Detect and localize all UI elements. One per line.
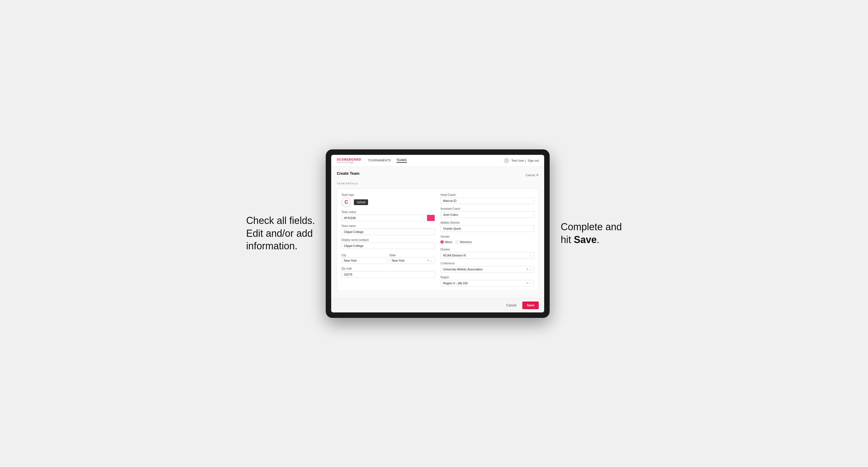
region-clear-icon[interactable]: ✕ bbox=[526, 282, 528, 285]
nav-user-area: Test User | Sign out bbox=[504, 158, 539, 163]
division-arrow-icon[interactable]: ⌄ bbox=[529, 254, 532, 257]
display-name-label: Display name (unique) bbox=[341, 239, 435, 242]
conference-group: Conference University Athletic Associati… bbox=[440, 262, 534, 273]
gender-group: Gender Mens Womens bbox=[440, 235, 534, 245]
state-arrow-icon[interactable]: ⌄ bbox=[430, 259, 433, 262]
womens-radio-dot[interactable] bbox=[456, 240, 459, 244]
athletic-director-input[interactable] bbox=[440, 225, 534, 232]
tablet-screen: SCOREBOARD Powered by clippd TOURNAMENTS… bbox=[331, 155, 544, 312]
team-name-input[interactable] bbox=[341, 228, 435, 235]
cancel-footer-button[interactable]: Cancel bbox=[503, 302, 520, 309]
athletic-director-label: Athletic Director bbox=[440, 221, 534, 224]
state-clear-icon[interactable]: ✕ bbox=[427, 259, 429, 262]
left-annotation: Check all fields. Edit and/or add inform… bbox=[246, 214, 315, 253]
nav-teams[interactable]: TEAMS bbox=[397, 158, 407, 163]
state-label: State bbox=[390, 254, 396, 257]
logo-title: SCOREBOARD bbox=[337, 158, 361, 161]
head-coach-group: Head Coach bbox=[440, 193, 534, 204]
athletic-director-group: Athletic Director bbox=[440, 221, 534, 232]
zip-group: Zip code bbox=[341, 267, 435, 278]
upload-button[interactable]: Upload bbox=[354, 199, 368, 205]
tablet-device: SCOREBOARD Powered by clippd TOURNAMENTS… bbox=[326, 149, 550, 318]
conference-select[interactable]: University Athletic Association ✕ ⌄ bbox=[440, 266, 534, 273]
annotation-line1: Check all fields. bbox=[246, 215, 315, 226]
gender-mens-option[interactable]: Mens bbox=[440, 240, 452, 244]
display-name-group: Display name (unique) bbox=[341, 239, 435, 249]
team-name-group: Team name bbox=[341, 224, 435, 235]
conference-arrow-icon[interactable]: ⌄ bbox=[529, 268, 532, 271]
division-group: Division NCAA Division III ⌄ bbox=[440, 248, 534, 259]
state-select[interactable]: New York ✕ ⌄ bbox=[390, 257, 435, 264]
logo-letter: C bbox=[345, 199, 348, 205]
mens-radio-dot[interactable] bbox=[440, 240, 444, 244]
color-text-input[interactable] bbox=[342, 215, 427, 221]
region-label: Region bbox=[440, 276, 534, 279]
right-annotation-line2: hit Save. bbox=[561, 234, 599, 245]
division-label: Division bbox=[440, 248, 534, 251]
nav-user-label: Test User | bbox=[512, 159, 526, 162]
gender-radio-group: Mens Womens bbox=[440, 239, 534, 245]
save-button[interactable]: Save bbox=[522, 302, 539, 309]
logo-circle: C bbox=[341, 197, 351, 207]
color-swatch[interactable] bbox=[427, 215, 435, 221]
form-footer: Cancel Save bbox=[331, 298, 544, 312]
user-avatar bbox=[504, 158, 509, 163]
state-select-text: New York bbox=[392, 259, 426, 262]
head-coach-label: Head Coach bbox=[440, 193, 534, 196]
team-logo-group: Team logo C Upload bbox=[341, 193, 435, 207]
page-content: Create Team Cancel ✕ TEAM DETAILS Team l… bbox=[331, 167, 544, 298]
right-column: Head Coach Assistant Coach Athletic Dire… bbox=[440, 193, 534, 286]
form-grid: Team logo C Upload Team colo bbox=[341, 193, 534, 286]
conference-clear-icon[interactable]: ✕ bbox=[526, 268, 528, 271]
assistant-coach-group: Assistant Coach bbox=[440, 207, 534, 218]
gender-womens-option[interactable]: Womens bbox=[456, 240, 471, 244]
mens-label: Mens bbox=[445, 240, 452, 244]
head-coach-input[interactable] bbox=[440, 197, 534, 204]
city-state-group: City State New York ✕ ⌄ bbox=[341, 252, 435, 264]
left-column: Team logo C Upload Team colo bbox=[341, 193, 435, 286]
team-logo-label: Team logo bbox=[341, 193, 435, 196]
city-input[interactable] bbox=[341, 257, 387, 264]
city-group: City bbox=[341, 252, 387, 264]
zip-label: Zip code bbox=[341, 267, 435, 270]
page-title: Create Team bbox=[337, 171, 359, 176]
logo-subtitle: Powered by clippd bbox=[337, 161, 361, 163]
assistant-coach-label: Assistant Coach bbox=[440, 207, 534, 210]
form-card: Team logo C Upload Team colo bbox=[337, 189, 539, 291]
navigation-bar: SCOREBOARD Powered by clippd TOURNAMENTS… bbox=[331, 155, 544, 167]
logo-area: C Upload bbox=[341, 197, 435, 207]
annotation-line3: information. bbox=[246, 240, 297, 251]
womens-label: Womens bbox=[460, 240, 471, 244]
nav-tournaments[interactable]: TOURNAMENTS bbox=[368, 159, 391, 162]
app-logo: SCOREBOARD Powered by clippd bbox=[337, 158, 361, 163]
nav-links: TOURNAMENTS TEAMS bbox=[368, 158, 504, 163]
region-select[interactable]: Region II - (M) DIII ✕ ⌄ bbox=[440, 280, 534, 286]
section-title: TEAM DETAILS bbox=[337, 182, 539, 185]
region-select-text: Region II - (M) DIII bbox=[443, 282, 525, 285]
conference-label: Conference bbox=[440, 262, 534, 265]
display-name-input[interactable] bbox=[341, 243, 435, 249]
right-annotation: Complete and hit Save. bbox=[561, 221, 622, 246]
gender-label: Gender bbox=[440, 235, 534, 238]
color-input-wrapper bbox=[341, 215, 435, 221]
region-group: Region Region II - (M) DIII ✕ ⌄ bbox=[440, 276, 534, 286]
cancel-top-label: Cancel bbox=[526, 174, 535, 177]
sign-out-link[interactable]: Sign out bbox=[528, 159, 539, 162]
assistant-coach-input[interactable] bbox=[440, 211, 534, 218]
right-annotation-line1: Complete and bbox=[561, 221, 622, 232]
city-state-row: City State New York ✕ ⌄ bbox=[341, 252, 435, 264]
cancel-x-icon: ✕ bbox=[536, 173, 539, 177]
annotation-line2: Edit and/or add bbox=[246, 228, 313, 239]
team-colour-group: Team colour bbox=[341, 211, 435, 221]
cancel-top-button[interactable]: Cancel ✕ bbox=[526, 173, 539, 177]
division-select[interactable]: NCAA Division III ⌄ bbox=[440, 252, 534, 259]
page-header: Create Team Cancel ✕ bbox=[337, 171, 539, 179]
state-group: State New York ✕ ⌄ bbox=[390, 252, 435, 264]
team-name-label: Team name bbox=[341, 224, 435, 227]
division-select-text: NCAA Division III bbox=[443, 254, 528, 257]
region-arrow-icon[interactable]: ⌄ bbox=[529, 282, 532, 285]
city-label: City bbox=[341, 254, 346, 257]
team-colour-label: Team colour bbox=[341, 211, 435, 214]
zip-input[interactable] bbox=[341, 271, 435, 278]
conference-select-text: University Athletic Association bbox=[443, 268, 525, 271]
